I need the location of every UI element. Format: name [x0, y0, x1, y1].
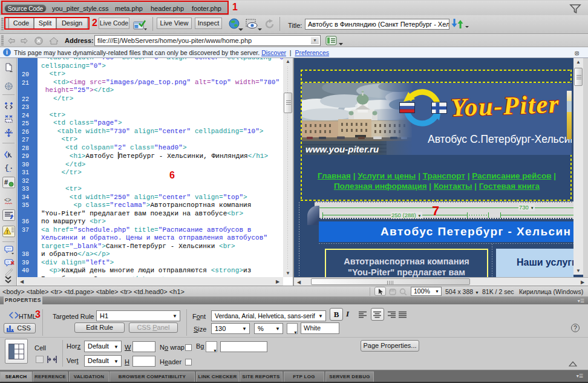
- svg-text:<>: <>: [4, 197, 11, 203]
- svg-text:www.you-piter.ru: www.you-piter.ru: [305, 144, 379, 154]
- svg-text:{·}: {·}: [4, 163, 13, 172]
- svg-text:!: !: [7, 229, 8, 235]
- svg-text:#: #: [4, 178, 8, 186]
- svg-text:You-Piter: You-Piter: [451, 90, 560, 122]
- svg-text:Автобус С.Петербург-Хельсинки: Автобус С.Петербург-Хельсинки: [428, 133, 572, 145]
